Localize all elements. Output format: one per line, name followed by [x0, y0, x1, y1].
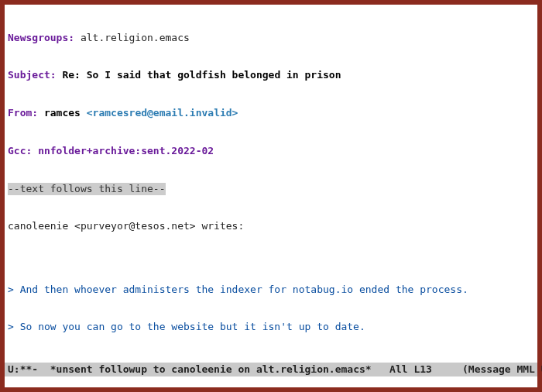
quoted-line[interactable]: > And then whoever administers the index… — [8, 284, 534, 296]
divider-text: --text follows this line-- — [8, 183, 166, 195]
from-name[interactable]: ramces — [38, 107, 87, 119]
newsgroups-label: Newsgroups: — [8, 32, 74, 43]
header-newsgroups: Newsgroups: alt.religion.emacs — [8, 32, 534, 44]
gcc-label: Gcc: — [8, 145, 32, 156]
header-subject: Subject: Re: So I said that goldfish bel… — [8, 69, 534, 81]
from-label: From: — [8, 107, 38, 119]
gcc-value[interactable]: nnfolder+archive:sent.2022-02 — [32, 145, 214, 156]
subject-label: Subject: — [8, 69, 57, 81]
from-email[interactable]: <ramcesred@email.invalid> — [87, 107, 238, 119]
attribution-line[interactable]: canoleenie <purveyor@tesos.net> writes: — [8, 220, 534, 232]
header-divider: --text follows this line-- — [8, 183, 534, 195]
minibuffer[interactable] — [5, 377, 537, 387]
mode-line[interactable]: U:**- *unsent followup to canoleenie on … — [5, 363, 537, 377]
newsgroups-value[interactable]: alt.religion.emacs — [74, 32, 190, 43]
subject-value[interactable]: Re: So I said that goldfish belonged in … — [57, 69, 341, 81]
message-buffer[interactable]: Newsgroups: alt.religion.emacs Subject: … — [5, 5, 537, 363]
modeline-position: All L13 — [372, 363, 462, 376]
modeline-status: U:**- — [8, 363, 50, 376]
header-from: From: ramces <ramcesred@email.invalid> — [8, 107, 534, 119]
emacs-frame: Newsgroups: alt.religion.emacs Subject: … — [5, 5, 537, 387]
modeline-modes: (Message MML Undo-Tree — [462, 363, 542, 376]
header-gcc: Gcc: nnfolder+archive:sent.2022-02 — [8, 145, 534, 157]
modeline-buffer-name[interactable]: *unsent followup to canoleenie on alt.re… — [50, 363, 372, 376]
quoted-line[interactable]: > So now you can go to the website but i… — [8, 321, 534, 333]
